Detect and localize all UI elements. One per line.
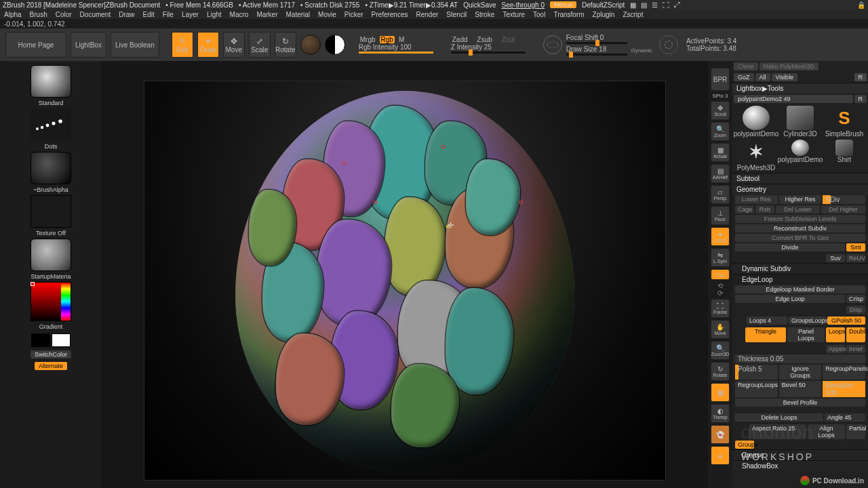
viewport[interactable]: ✛ — [144, 81, 666, 481]
stroke-thumb[interactable] — [31, 108, 71, 141]
spix-label[interactable]: SPix 3 — [712, 93, 728, 99]
m-button[interactable]: M — [397, 36, 406, 43]
tool-simplebrush[interactable]: SSimpleBrush — [823, 106, 865, 138]
lsym-button[interactable]: ⇋L.Sym — [711, 248, 730, 267]
bevel-profile-button[interactable]: Bevel Profile — [735, 399, 865, 407]
aahalf-button[interactable]: ▤AAHalf — [711, 164, 730, 183]
goz-button[interactable]: GoZ — [734, 73, 754, 81]
menu-draw[interactable]: Draw — [117, 11, 136, 18]
divide-button[interactable]: Divide — [735, 243, 845, 251]
persp-button[interactable]: ▱Persp — [711, 185, 730, 204]
zoom-button[interactable]: 🔍Zoom — [711, 122, 730, 141]
reuv-button[interactable]: ReUV — [846, 254, 865, 262]
tool-cylinder[interactable]: Cylinder3D — [779, 106, 821, 138]
move3d-button[interactable]: ✋Move — [711, 320, 730, 339]
material-thumb[interactable] — [31, 239, 71, 271]
bpr-button[interactable]: BPR — [711, 68, 730, 91]
local-button[interactable]: ●Local — [711, 227, 730, 246]
menu-stencil[interactable]: Stencil — [445, 11, 468, 18]
rgb-intensity-slider[interactable] — [359, 52, 433, 54]
default-zscript[interactable]: DefaultZScript — [582, 1, 625, 9]
loops-slider[interactable]: Loops 4 — [747, 317, 787, 325]
draw-size-slider[interactable] — [566, 54, 627, 56]
zcut-button[interactable]: Zcut — [500, 36, 516, 43]
mesh-object[interactable] — [235, 91, 574, 470]
suv-button[interactable]: Suv — [826, 254, 845, 262]
frame-button[interactable]: ⛶Frame — [711, 299, 730, 318]
color-picker[interactable] — [31, 282, 71, 321]
transp-button[interactable]: ◐Transp — [711, 404, 730, 423]
rstr-button[interactable]: Rstr — [755, 205, 774, 214]
menu-material[interactable]: Material — [285, 11, 312, 18]
zsub-button[interactable]: Zsub — [476, 36, 494, 43]
edgeloop-masked-button[interactable]: Edgeloop Masked Border — [735, 285, 865, 293]
focal-shift-slider[interactable] — [566, 42, 627, 44]
scale-mode-button[interactable]: ⤢Scale — [249, 32, 271, 58]
quicksave-button[interactable]: QuickSave — [463, 1, 496, 9]
gpolish-slider[interactable]: GPolish 50 — [827, 317, 865, 325]
alternate-button[interactable]: Alternate — [35, 362, 67, 370]
ghost-button[interactable]: 👻 — [711, 425, 730, 444]
tool-polymesh3d[interactable]: ✶PolyMesh3D — [735, 140, 777, 171]
polyf-button[interactable]: ▦ — [711, 383, 730, 402]
inner-button[interactable]: Inner — [846, 345, 865, 353]
crisp-button[interactable]: Crisp — [846, 295, 865, 303]
gradient-label[interactable]: Gradient — [39, 323, 63, 330]
menu-zscript[interactable]: Zscript — [621, 11, 644, 18]
floor-button[interactable]: ⊥Floor — [711, 206, 730, 225]
see-through-slider[interactable]: See-through 0 — [502, 1, 545, 9]
menu-macro[interactable]: Macro — [229, 11, 250, 18]
clone-button[interactable]: Clone — [734, 62, 758, 70]
double-button[interactable]: Double — [846, 327, 865, 342]
sculptris-toggle[interactable] — [300, 35, 321, 55]
gizmo-toggle[interactable] — [325, 35, 345, 55]
r-button[interactable]: R — [854, 73, 867, 81]
texture-thumb[interactable] — [31, 195, 71, 228]
higher-res-button[interactable]: Higher Res — [779, 195, 822, 204]
panel-loops-button[interactable]: Panel Loops — [787, 327, 825, 342]
menu-movie[interactable]: Movie — [317, 11, 338, 18]
append-button[interactable]: Append — [826, 345, 845, 353]
rotate-arrows-icon[interactable]: ⟲⟳ — [717, 282, 723, 297]
zoom3d-button[interactable]: 🔍Zoom3D — [711, 341, 730, 360]
tool-polypaint[interactable]: polypaintDemo — [735, 106, 777, 138]
delete-loops-button[interactable]: Delete Loops — [735, 413, 823, 422]
regroup-panels-button[interactable]: RegroupPanels — [823, 365, 865, 380]
menu-file[interactable]: File — [161, 11, 175, 18]
triangle-button[interactable]: Triangle — [745, 327, 786, 342]
rgb-button[interactable]: Rgb — [380, 36, 395, 43]
make-polymesh-button[interactable]: Make PolyMesh3D — [760, 62, 819, 70]
actual-button[interactable]: ▦Actual — [711, 143, 730, 162]
ignore-groups-button[interactable]: Ignore Groups — [779, 365, 822, 380]
freeze-subdiv-button[interactable]: Freeze SubDivision Levels — [735, 215, 865, 223]
menu-document[interactable]: Document — [79, 11, 113, 18]
menu-preferences[interactable]: Preferences — [370, 11, 410, 18]
menu-alpha[interactable]: Alpha — [3, 11, 23, 18]
move-mode-button[interactable]: ✥Move — [223, 32, 245, 58]
edit-mode-button[interactable]: ✎Edit — [172, 32, 193, 58]
lock-icon[interactable]: 🔒 — [857, 1, 865, 9]
swatch-secondary[interactable] — [31, 333, 50, 347]
brush-thumb[interactable] — [31, 65, 71, 98]
menu-render[interactable]: Render — [415, 11, 440, 18]
menus-toggle[interactable]: Menus — [550, 1, 576, 8]
partial-button[interactable]: Partial — [846, 424, 865, 439]
lightbox-tools[interactable]: Lightbox▶Tools — [732, 83, 868, 94]
draw-mode-button[interactable]: ✦Draw — [197, 32, 219, 58]
goz-all-button[interactable]: All — [755, 73, 770, 81]
solo-button[interactable]: ● — [711, 446, 730, 465]
menu-edit[interactable]: Edit — [142, 11, 156, 18]
dynamic-subdiv-header[interactable]: Dynamic Subdiv — [732, 263, 868, 274]
groupsloops-button[interactable]: GroupsLoops — [789, 317, 826, 325]
dynamic-toggle[interactable]: Dynamic — [631, 47, 652, 54]
menu-marker[interactable]: Marker — [255, 11, 279, 18]
rotate3d-button[interactable]: ↻Rotate — [711, 362, 730, 381]
lower-res-button[interactable]: Lower Res — [735, 195, 778, 204]
menu-brush[interactable]: Brush — [28, 11, 49, 18]
convert-bpr-button[interactable]: Convert BPR To Geo — [735, 234, 865, 242]
lightbox-button[interactable]: LightBox — [71, 32, 106, 58]
sdiv-slider[interactable]: SDiv — [823, 195, 865, 204]
xyz-button[interactable]: Xyz — [711, 269, 730, 280]
smt-button[interactable]: Smt — [846, 243, 865, 251]
goz-visible-button[interactable]: Visible — [772, 73, 797, 81]
